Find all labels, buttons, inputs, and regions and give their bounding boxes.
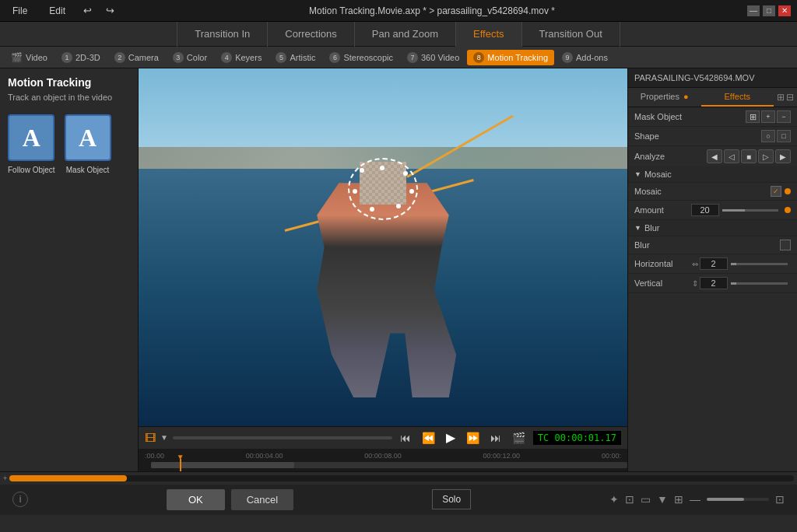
mosaic-checkbox[interactable]: ✓ xyxy=(771,186,781,197)
horizontal-slider[interactable] xyxy=(731,263,788,265)
subtab-artistic-label: Artistic xyxy=(290,53,315,62)
timeline-controls: 🎞 ▼ ⏮ ⏪ ▶ ⏩ ⏭ 🎬 TC 00:00:01.17 xyxy=(139,427,627,449)
subtab-video[interactable]: 🎬 Video xyxy=(5,50,54,65)
scroll-left-btn[interactable]: + xyxy=(3,474,9,482)
subtab-2d3d[interactable]: 1 2D-3D xyxy=(55,50,107,65)
horizontal-label: Horizontal xyxy=(634,259,692,268)
tab-effects[interactable]: Effects xyxy=(456,22,522,47)
mask-btn-1[interactable]: ⊞ xyxy=(746,110,760,123)
analyze-row: Analyze ◀ ◁ ■ ▷ ▶ xyxy=(628,146,797,166)
panel-icon-1[interactable]: ⊞ xyxy=(777,92,785,103)
time-label-4: 00:00:04.00 xyxy=(246,452,283,460)
go-start-button[interactable]: ⏮ xyxy=(397,430,414,446)
analyze-btn-stop[interactable]: ■ xyxy=(741,149,757,163)
tracking-dot-2 xyxy=(403,171,408,176)
film-icon: 🎞 xyxy=(145,432,156,444)
left-panel: Motion Tracking Track an object in the v… xyxy=(0,68,139,471)
video-icon: 🎬 xyxy=(11,52,23,63)
next-frame-button[interactable]: ⏩ xyxy=(463,430,483,446)
time-label-12: 00:00:12.00 xyxy=(483,452,521,460)
panel-icon-2[interactable]: ⊟ xyxy=(786,92,794,103)
shape-btn-rect[interactable]: □ xyxy=(777,130,791,142)
subtab-motion-tracking[interactable]: 8 Motion Tracking xyxy=(467,50,554,65)
display-icon[interactable]: ▭ xyxy=(641,493,651,506)
video-area: 🎞 ▼ ⏮ ⏪ ▶ ⏩ ⏭ 🎬 TC 00:00:01.17 :00.00 00… xyxy=(139,68,627,471)
horizontal-input[interactable] xyxy=(700,257,728,270)
mosaic-dot xyxy=(785,188,791,194)
subtab-video-label: Video xyxy=(26,53,47,62)
compass-icon[interactable]: ✦ xyxy=(609,493,619,506)
minimize-button[interactable]: — xyxy=(747,5,760,16)
tab-corrections[interactable]: Corrections xyxy=(268,22,354,47)
tab-effects-panel[interactable]: Effects xyxy=(701,88,774,107)
dropdown-icon[interactable]: ▼ xyxy=(657,493,668,506)
solo-button[interactable]: Solo xyxy=(432,489,471,509)
edit-menu[interactable]: Edit xyxy=(43,4,72,18)
shape-row: Shape ○ □ xyxy=(628,127,797,146)
cancel-button[interactable]: Cancel xyxy=(231,489,293,510)
fullscreen-icon[interactable]: ⊡ xyxy=(775,493,785,506)
effects-subtabs: 🎬 Video 1 2D-3D 2 Camera 3 Color 4 Keyer… xyxy=(0,47,797,68)
follow-object-label: Follow Object xyxy=(8,166,55,174)
subtab-camera[interactable]: 2 Camera xyxy=(108,50,165,65)
mask-controls: ⊞ + − xyxy=(746,110,791,123)
main-layout: Motion Tracking Track an object in the v… xyxy=(0,68,797,471)
subtab-color[interactable]: 3 Color xyxy=(167,50,213,65)
tab-transition-in[interactable]: Transition In xyxy=(177,22,268,47)
timeline-track[interactable] xyxy=(151,462,627,468)
horizontal-row: Horizontal ⇔ xyxy=(628,254,797,274)
amount-label: Amount xyxy=(634,205,691,215)
subtab-stereoscopic[interactable]: 6 Stereoscopic xyxy=(323,50,399,65)
zoom-slider[interactable] xyxy=(707,498,769,501)
analyze-btn-next[interactable]: ▶ xyxy=(775,149,791,163)
close-button[interactable]: ✕ xyxy=(778,5,791,16)
blur-section: ▼ Blur xyxy=(628,220,797,236)
timeline: 🎞 ▼ ⏮ ⏪ ▶ ⏩ ⏭ 🎬 TC 00:00:01.17 :00.00 00… xyxy=(139,426,627,471)
go-end-button[interactable]: ⏭ xyxy=(487,430,504,446)
shape-btn-oval[interactable]: ○ xyxy=(761,130,775,142)
info-button[interactable]: i xyxy=(12,492,28,507)
bottom-scroll: + xyxy=(0,472,797,485)
vertical-input[interactable] xyxy=(700,277,728,289)
file-menu[interactable]: File xyxy=(6,4,33,18)
analyze-btn-back[interactable]: ◁ xyxy=(724,149,739,163)
scroll-track[interactable] xyxy=(9,475,794,481)
undo-icon[interactable]: ↩ xyxy=(81,4,94,18)
analyze-btn-fwd[interactable]: ▷ xyxy=(758,149,774,163)
scroll-thumb xyxy=(9,475,127,481)
mask-btn-3[interactable]: − xyxy=(777,110,791,123)
prev-frame-button[interactable]: ⏪ xyxy=(419,430,438,446)
redo-icon[interactable]: ↪ xyxy=(104,4,117,18)
subtab-addons-label: Add-ons xyxy=(576,53,608,62)
dropdown-arrow[interactable]: ▼ xyxy=(160,433,168,442)
blur-checkbox[interactable]: □ xyxy=(780,240,791,250)
mosaic-row: Mosaic ✓ xyxy=(628,183,797,201)
ok-button[interactable]: OK xyxy=(167,489,225,510)
mask-btn-2[interactable]: + xyxy=(761,110,775,123)
subtab-keyers[interactable]: 4 Keyers xyxy=(215,50,268,65)
time-label-end: 00:00: xyxy=(602,452,621,460)
subtab-number-5: 5 xyxy=(276,52,286,63)
mask-object-item[interactable]: A Mask Object xyxy=(65,114,111,174)
follow-object-item[interactable]: A Follow Object xyxy=(8,114,55,174)
tab-transition-out[interactable]: Transition Out xyxy=(522,22,620,47)
crop-icon[interactable]: ⊞ xyxy=(674,493,683,506)
bottom-right-icons: ✦ ⊡ ▭ ▼ ⊞ — ⊡ xyxy=(609,493,785,506)
subtab-artistic[interactable]: 5 Artistic xyxy=(269,50,321,65)
subtab-addons[interactable]: 9 Add-ons xyxy=(556,50,614,65)
blur-arrow: ▼ xyxy=(634,224,641,232)
tab-properties[interactable]: Properties ● xyxy=(628,88,701,107)
playhead-marker[interactable] xyxy=(180,459,181,471)
tab-pan-zoom[interactable]: Pan and Zoom xyxy=(355,22,456,47)
subtab-360video[interactable]: 7 360 Video xyxy=(401,50,465,65)
export-icon[interactable]: ⊡ xyxy=(625,493,634,506)
vertical-slider[interactable] xyxy=(731,282,788,285)
subtab-number-2: 2 xyxy=(114,52,125,63)
amount-slider[interactable] xyxy=(722,209,779,212)
maximize-button[interactable]: □ xyxy=(763,5,775,16)
analyze-btn-prev[interactable]: ◀ xyxy=(707,149,722,163)
panel-subtitle: Track an object in the video xyxy=(8,92,130,103)
amount-input[interactable] xyxy=(691,204,719,216)
play-button[interactable]: ▶ xyxy=(443,429,458,446)
time-label-8: 00:00:08.00 xyxy=(364,452,402,460)
